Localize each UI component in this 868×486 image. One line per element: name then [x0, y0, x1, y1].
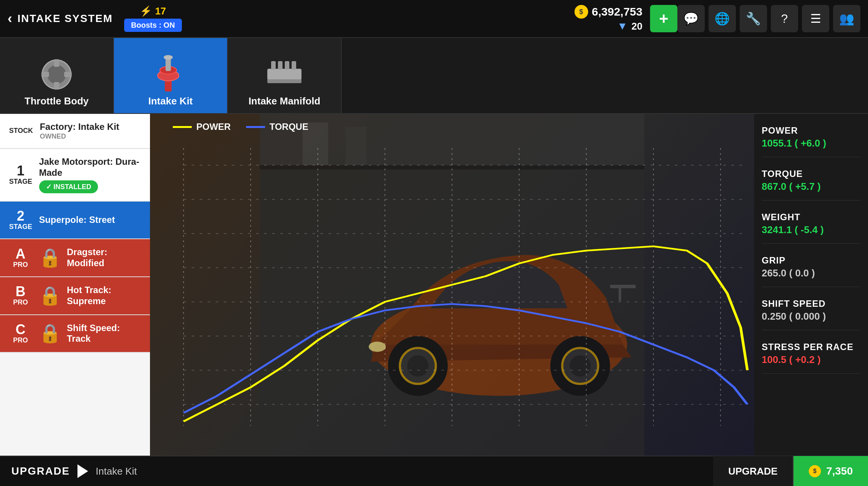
tab-throttle-body-label: Throttle Body: [25, 95, 89, 107]
lightning-icon: ⚡: [140, 5, 152, 17]
upgrade-list: STOCK Factory: Intake Kit OWNED 1 STAGE …: [0, 114, 150, 456]
page-title: INTAKE SYSTEM: [17, 13, 113, 25]
stat-weight-value: 3241.1 ( -5.4 ): [762, 224, 860, 236]
question-icon-btn[interactable]: ?: [771, 5, 798, 32]
svg-rect-13: [278, 61, 282, 69]
upgrade-name-pro-c: Shift Speed: Track: [67, 323, 141, 345]
upgrade-button-group: UPGRADE $ 7,350: [713, 456, 868, 486]
legend-power: POWER: [173, 122, 231, 132]
tab-throttle-body[interactable]: Throttle Body: [0, 38, 114, 113]
svg-rect-3: [54, 82, 59, 90]
stat-shift-speed-value: 0.250 ( 0.000 ): [762, 311, 860, 322]
upgrade-info-pro-c: Shift Speed: Track: [67, 323, 141, 345]
intake-manifold-icon: [264, 54, 305, 95]
stat-weight-label: WEIGHT: [762, 212, 860, 222]
stat-grip-value: 265.0 ( 0.0 ): [762, 267, 860, 279]
stat-torque-value: 867.0 ( +5.7 ): [762, 181, 860, 193]
svg-point-1: [47, 65, 66, 84]
wrench-icon-btn[interactable]: 🔧: [740, 5, 767, 32]
upgrade-cost-value: 7,350: [826, 465, 853, 477]
upgrade-section-label: UPGRADE: [11, 465, 70, 477]
lock-icon-c: 🔒: [39, 323, 62, 344]
upgrade-info-stock: Factory: Intake Kit OWNED: [40, 122, 141, 140]
tab-intake-manifold-label: Intake Manifold: [248, 95, 320, 107]
performance-chart: [150, 114, 754, 456]
torque-line-indicator: [246, 126, 265, 128]
back-arrow-icon: ‹: [8, 11, 13, 27]
torque-legend-label: TORQUE: [270, 122, 308, 132]
upgrade-item-label: Intake Kit: [96, 465, 137, 477]
upgrade-info-pro-b: Hot Track: Supreme: [67, 285, 141, 307]
add-button[interactable]: +: [650, 5, 677, 32]
stat-grip-label: GRIP: [762, 255, 860, 266]
svg-rect-15: [292, 61, 296, 69]
svg-point-10: [164, 55, 173, 60]
upgrade-item-stock[interactable]: STOCK Factory: Intake Kit OWNED: [0, 114, 150, 149]
upgrade-info-stage1: Jake Motorsport: Dura-Made ✓ INSTALLED: [39, 156, 141, 194]
stat-shift-speed: SHIFT SPEED 0.250 ( 0.000 ): [762, 298, 860, 330]
svg-rect-12: [271, 61, 276, 69]
currency-section: $ 6,392,753 ▼ 20: [574, 5, 642, 32]
tab-bar: Throttle Body Intake Kit Intake Manifold: [0, 38, 868, 114]
power-line-indicator: [173, 126, 192, 128]
upgrade-btn-label: UPGRADE: [713, 456, 794, 486]
upgrade-item-stage2[interactable]: 2 STAGE Superpole: Street: [0, 202, 150, 239]
globe-icon-btn[interactable]: 🌐: [709, 5, 736, 32]
upgrade-item-pro-b[interactable]: B PRO 🔒 Hot Track: Supreme: [0, 277, 150, 315]
menu-icon-btn[interactable]: ☰: [802, 5, 829, 32]
tab-intake-kit[interactable]: Intake Kit: [114, 38, 228, 113]
gold-amount: 6,392,753: [592, 5, 642, 18]
lightning-count: ⚡ 17: [140, 5, 166, 17]
stat-grip: GRIP 265.0 ( 0.0 ): [762, 255, 860, 287]
upgrade-label-section: UPGRADE Intake Kit: [11, 464, 137, 478]
svg-rect-14: [285, 61, 289, 69]
stat-power: POWER 1055.1 ( +6.0 ): [762, 125, 860, 157]
boost-section: ⚡ 17 Boosts : ON: [124, 5, 182, 32]
stat-weight: WEIGHT 3241.1 ( -5.4 ): [762, 212, 860, 244]
boost-badge[interactable]: Boosts : ON: [124, 19, 182, 32]
stat-power-label: POWER: [762, 125, 860, 136]
stat-stress-label: STRESS PER RACE: [762, 342, 860, 352]
back-button[interactable]: ‹ INTAKE SYSTEM: [8, 11, 113, 27]
lock-icon-a: 🔒: [39, 247, 62, 268]
upgrade-name-stage1: Jake Motorsport: Dura-Made: [39, 156, 141, 178]
upgrade-name-pro-a: Dragster: Modified: [67, 247, 141, 269]
svg-rect-2: [54, 59, 59, 67]
stat-shift-speed-label: SHIFT SPEED: [762, 298, 860, 309]
diamond-icon: ▼: [617, 20, 628, 32]
upgrade-sub-stock: OWNED: [40, 133, 141, 140]
stage-badge-a: A PRO: [9, 247, 32, 269]
throttle-body-icon: [36, 54, 77, 95]
gold-currency: $ 6,392,753: [574, 5, 642, 19]
stage-badge-stock: STOCK: [9, 127, 33, 135]
main-content: STOCK Factory: Intake Kit OWNED 1 STAGE …: [0, 114, 868, 456]
top-nav-icons: 💬 🌐 🔧 ? ☰ 👥: [677, 5, 860, 32]
intake-kit-icon: [150, 54, 191, 95]
chart-area: POWER TORQUE: [150, 114, 754, 456]
stage-badge-2: 2 STAGE: [9, 209, 32, 231]
legend-torque: TORQUE: [246, 122, 308, 132]
stat-power-value: 1055.1 ( +6.0 ): [762, 137, 860, 149]
tab-intake-manifold[interactable]: Intake Manifold: [228, 38, 342, 113]
upgrade-item-stage1[interactable]: 1 STAGE Jake Motorsport: Dura-Made ✓ INS…: [0, 149, 150, 202]
stage-badge-1: 1 STAGE: [9, 164, 32, 186]
people-icon-btn[interactable]: 👥: [833, 5, 860, 32]
lock-icon-b: 🔒: [39, 285, 62, 306]
svg-rect-11: [267, 69, 301, 80]
upgrade-name-stage2: Superpole: Street: [39, 215, 141, 226]
chat-icon-btn[interactable]: 💬: [677, 5, 705, 32]
stat-stress: STRESS PER RACE 100.5 ( +0.2 ): [762, 342, 860, 374]
upgrade-btn-cost[interactable]: $ 7,350: [794, 456, 868, 486]
svg-rect-16: [267, 79, 301, 83]
upgrade-item-pro-a[interactable]: A PRO 🔒 Dragster: Modified: [0, 239, 150, 277]
upgrade-item-pro-c[interactable]: C PRO 🔒 Shift Speed: Track: [0, 315, 150, 353]
stage-badge-b: B PRO: [9, 285, 32, 306]
diamond-currency: ▼ 20: [617, 20, 642, 32]
cost-coin-icon: $: [809, 465, 821, 477]
chart-legend: POWER TORQUE: [173, 122, 308, 132]
plus-icon: +: [659, 9, 669, 28]
installed-badge: ✓ INSTALLED: [39, 180, 98, 193]
upgrade-info-stage2: Superpole: Street: [39, 215, 141, 226]
tab-intake-kit-label: Intake Kit: [148, 95, 193, 107]
bottom-bar: UPGRADE Intake Kit UPGRADE $ 7,350: [0, 456, 868, 486]
